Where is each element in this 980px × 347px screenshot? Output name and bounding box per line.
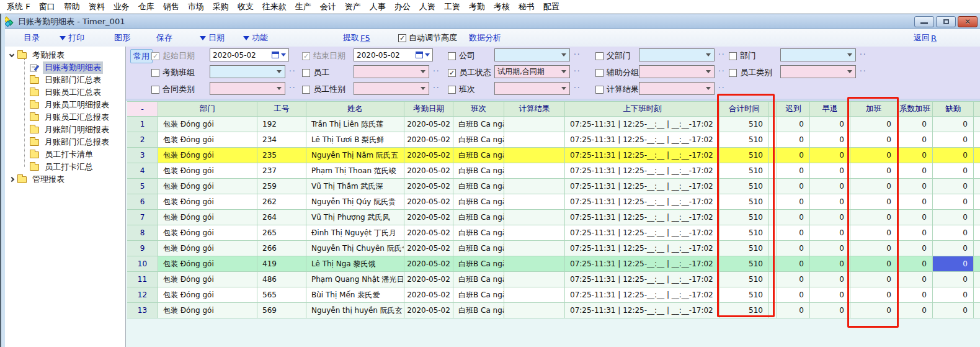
more-options-dots[interactable]: ·· xyxy=(574,67,581,76)
dropdown-select[interactable] xyxy=(780,65,856,78)
cell-absent[interactable]: 0 xyxy=(933,287,974,303)
cell-id[interactable]: 259 xyxy=(257,179,306,194)
menu-item[interactable]: 仓库 xyxy=(134,1,159,12)
menu-item[interactable]: 市场 xyxy=(184,1,208,12)
cell-times[interactable]: 07:25-11:31 | 12:25-__:__ | __:__-17:02 xyxy=(565,163,720,179)
cell-early[interactable]: 0 xyxy=(810,210,850,225)
cell-dept[interactable]: 包装 Đóng gói xyxy=(158,241,257,256)
cell-absent[interactable]: 0 xyxy=(933,241,974,256)
more-options-dots[interactable]: ·· xyxy=(718,67,726,76)
header-cell[interactable]: - xyxy=(127,101,158,117)
dropdown-select[interactable] xyxy=(494,82,570,95)
cell-total[interactable]: 510 xyxy=(720,225,769,241)
cell-ot[interactable]: 0 xyxy=(850,117,898,132)
filter-checkbox[interactable] xyxy=(448,86,456,94)
cell-id[interactable]: 486 xyxy=(257,272,306,287)
close-button[interactable]: ✕ xyxy=(958,16,978,27)
more-options-dots[interactable]: ·· xyxy=(433,84,440,92)
cell-absent[interactable]: 0 xyxy=(933,179,974,194)
cell-coef[interactable]: 0 xyxy=(898,179,933,194)
menu-item[interactable]: 销售 xyxy=(159,1,184,12)
cell-date[interactable]: 2020-05-02 xyxy=(404,148,453,163)
cell-late[interactable]: 0 xyxy=(777,241,810,256)
auto-fit-toggle[interactable]: ✓自动调节高度 xyxy=(398,32,457,43)
filter-checkbox[interactable] xyxy=(729,52,737,60)
cell-id[interactable]: 235 xyxy=(257,148,306,163)
dropdown-select[interactable] xyxy=(210,82,285,95)
cell-date[interactable]: 2020-05-02 xyxy=(404,179,453,194)
cell-num[interactable]: 3 xyxy=(127,148,158,163)
header-cell[interactable]: 上下班时刻 xyxy=(565,101,720,117)
cell-coef[interactable]: 0 xyxy=(898,303,933,318)
date-button[interactable]: 日期 xyxy=(200,32,225,43)
cell-absent[interactable]: 0 xyxy=(933,132,974,148)
tree-item[interactable]: 员工打卡清单 xyxy=(19,148,125,161)
header-cell[interactable]: 加班 xyxy=(850,101,898,117)
more-options-dots[interactable]: ·· xyxy=(718,50,726,59)
filter-checkbox[interactable] xyxy=(595,86,604,94)
cell-shift[interactable]: 白班B Ca ngày B xyxy=(453,194,504,210)
cell-shift[interactable]: 白班B Ca ngày B xyxy=(453,148,504,163)
dropdown-select[interactable] xyxy=(639,82,715,95)
more-options-dots[interactable]: ·· xyxy=(433,67,440,76)
cell-coef[interactable]: 0 xyxy=(898,148,933,163)
cell-shift[interactable]: 白班B Ca ngày B xyxy=(453,163,504,179)
cell-coef[interactable]: 0 xyxy=(898,256,933,272)
cell-id[interactable]: 565 xyxy=(257,287,306,303)
cell-num[interactable]: 4 xyxy=(127,163,158,179)
cell-result[interactable] xyxy=(504,194,565,210)
cell-dept[interactable]: 包装 Đóng gói xyxy=(158,179,257,194)
cell-id[interactable]: 569 xyxy=(257,303,306,318)
cell-num[interactable]: 1 xyxy=(127,117,158,132)
cell-name[interactable]: Trần Thị Liên 陈氏莲 xyxy=(306,117,404,132)
menu-item[interactable]: 收支 xyxy=(233,1,258,12)
cell-absent[interactable]: 0 xyxy=(933,303,974,318)
cell-id[interactable]: 237 xyxy=(257,163,306,179)
cell-coef[interactable]: 0 xyxy=(898,225,933,241)
cell-ot[interactable]: 0 xyxy=(850,225,898,241)
cell-times[interactable]: 07:25-11:31 | 12:25-__:__ | __:__-17:02 xyxy=(565,256,720,272)
cell-name[interactable]: Nguyễn thị huyền 阮氏玄 xyxy=(306,303,404,318)
cell-id[interactable]: 192 xyxy=(257,117,306,132)
cell-name[interactable]: Lê Thị Nga 黎氏饿 xyxy=(306,256,404,272)
cell-late[interactable]: 0 xyxy=(777,163,810,179)
catalog-button[interactable]: 目录 xyxy=(24,32,40,43)
cell-num[interactable]: 5 xyxy=(127,179,158,194)
filter-checkbox[interactable]: ✓ xyxy=(302,52,310,60)
dropdown-select[interactable] xyxy=(639,48,715,61)
chevron-down-icon[interactable] xyxy=(9,52,14,56)
cell-ot[interactable]: 0 xyxy=(850,179,898,194)
cell-times[interactable]: 07:25-11:31 | 12:25-__:__ | __:__-17:02 xyxy=(565,179,720,194)
cell-result[interactable] xyxy=(504,117,565,132)
tree-root-management-reports[interactable]: 管理报表 xyxy=(5,173,125,186)
cell-coef[interactable]: 0 xyxy=(898,132,933,148)
cell-late[interactable]: 0 xyxy=(777,210,810,225)
filter-checkbox[interactable] xyxy=(595,52,604,60)
data-analysis-button[interactable]: 数据分析 xyxy=(469,32,501,43)
cell-dept[interactable]: 包装 Đóng gói xyxy=(158,272,257,287)
cell-early[interactable]: 0 xyxy=(810,148,850,163)
menu-item[interactable]: 资料 xyxy=(84,1,109,12)
menu-item[interactable]: 业务 xyxy=(109,1,134,12)
menu-item[interactable]: 资产 xyxy=(341,1,365,12)
cell-num[interactable]: 7 xyxy=(127,210,158,225)
cell-result[interactable] xyxy=(504,303,565,318)
cell-name[interactable]: Đinh Thị Nguyệt 丁氏月 xyxy=(306,225,404,241)
cell-early[interactable]: 0 xyxy=(810,163,850,179)
cell-coef[interactable]: 0 xyxy=(898,163,933,179)
dropdown-select[interactable]: 试用期,合同期 xyxy=(494,65,570,78)
filter-checkbox[interactable] xyxy=(302,69,310,77)
tree-item[interactable]: 月账部门明细报表 xyxy=(19,124,125,136)
dropdown-select[interactable] xyxy=(780,48,856,61)
cell-id[interactable]: 264 xyxy=(257,210,306,225)
cell-dept[interactable]: 包装 Đóng gói xyxy=(158,194,257,210)
cell-absent[interactable]: 0 xyxy=(933,225,974,241)
menu-item[interactable]: 系统 F xyxy=(2,1,35,12)
more-options-dots[interactable]: ·· xyxy=(718,84,726,92)
cell-shift[interactable]: 白班B Ca ngày B xyxy=(453,179,504,194)
tree-item[interactable]: 月账部门汇总报表 xyxy=(19,136,125,148)
cell-result[interactable] xyxy=(504,132,565,148)
cell-date[interactable]: 2020-05-02 xyxy=(404,272,453,287)
cell-date[interactable]: 2020-05-02 xyxy=(404,241,453,256)
cell-shift[interactable]: 白班B Ca ngày B xyxy=(453,225,504,241)
